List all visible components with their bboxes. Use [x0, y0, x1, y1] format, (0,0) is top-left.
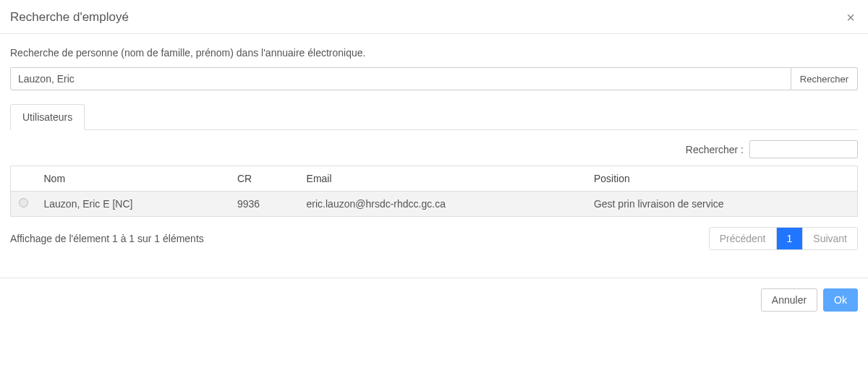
showing-text: Affichage de l'élement 1 à 1 sur 1 éléme…: [10, 233, 204, 244]
prev-button[interactable]: Précédent: [710, 228, 777, 249]
employee-search-modal: Recherche d'employé × Recherche de perso…: [0, 0, 868, 322]
radio-icon[interactable]: [19, 198, 28, 207]
table-header-row: Nom CR Email Position: [11, 166, 858, 192]
filter-input[interactable]: [749, 140, 858, 158]
cell-name: Lauzon, Eric E [NC]: [37, 192, 230, 217]
pagination: Précédent 1 Suivant: [709, 227, 858, 250]
close-icon[interactable]: ×: [843, 10, 858, 25]
col-cr[interactable]: CR: [230, 166, 299, 192]
table-row[interactable]: Lauzon, Eric E [NC] 9936 eric.lauzon@hrs…: [11, 192, 858, 217]
col-select: [11, 166, 37, 192]
tabs: Utilisateurs: [10, 103, 858, 130]
col-position[interactable]: Position: [587, 166, 858, 192]
col-name[interactable]: Nom: [37, 166, 230, 192]
row-select-cell: [11, 192, 37, 217]
modal-title: Recherche d'employé: [10, 10, 129, 25]
page-1-button[interactable]: 1: [777, 228, 804, 249]
search-input[interactable]: [10, 67, 791, 90]
search-button[interactable]: Rechercher: [791, 67, 858, 90]
next-button[interactable]: Suivant: [803, 228, 857, 249]
cancel-button[interactable]: Annuler: [761, 288, 817, 312]
filter-row: Rechercher :: [10, 140, 858, 158]
modal-header: Recherche d'employé ×: [0, 0, 868, 34]
tab-users[interactable]: Utilisateurs: [10, 104, 85, 130]
table-footer: Affichage de l'élement 1 à 1 sur 1 éléme…: [10, 227, 858, 250]
cell-cr: 9936: [230, 192, 299, 217]
ok-button[interactable]: Ok: [823, 288, 858, 312]
search-row: Rechercher: [10, 67, 858, 90]
results-table: Nom CR Email Position Lauzon, Eric E [NC…: [10, 166, 858, 217]
search-instructions: Recherche de personne (nom de famille, p…: [10, 47, 858, 59]
modal-body: Recherche de personne (nom de famille, p…: [0, 34, 868, 257]
modal-footer: Annuler Ok: [0, 278, 868, 322]
col-email[interactable]: Email: [299, 166, 587, 192]
filter-label: Rechercher :: [686, 144, 744, 155]
cell-position: Gest prin livraison de service: [587, 192, 858, 217]
cell-email: eric.lauzon@hrsdc-rhdcc.gc.ca: [299, 192, 587, 217]
